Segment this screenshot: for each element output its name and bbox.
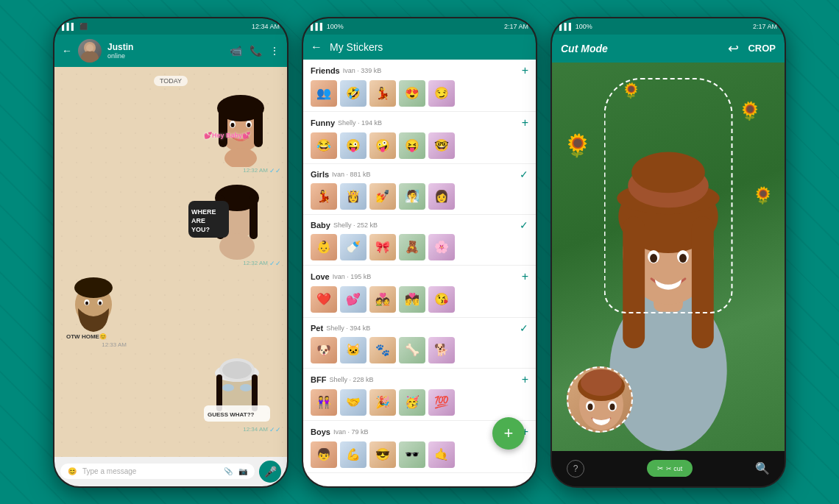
cut-action-buttons: ✂ ✂ cut (647, 460, 693, 477)
phone-1-whatsapp: ▌▌▌ ⬛ 12:34 AM ← Justin online 📹 📞 ⋮ TOD… (53, 17, 288, 488)
svg-point-56 (588, 403, 593, 410)
status-bar-1: ▌▌▌ ⬛ 12:34 AM (54, 18, 287, 35)
emoji-icon[interactable]: 😊 (68, 467, 77, 475)
pack-header-friends: Friends Ivan · 339 kB + (311, 64, 528, 77)
msg-time-1: 12:32 AM ✓✓ (200, 167, 281, 174)
svg-point-22 (74, 277, 113, 298)
sticker-item: 💅 (369, 183, 396, 210)
call-icon[interactable]: 📞 (249, 45, 262, 57)
chat-area: TODAY (54, 67, 287, 457)
cut-bottom-bar: ? ✂ ✂ cut 🔍 (552, 451, 785, 486)
time-3: 2:17 AM (753, 23, 777, 30)
attachment-icon[interactable]: 📎 (224, 467, 233, 475)
msg-time-3: 12:33 AM (60, 341, 127, 348)
sticker-msg-otw: OTW HOME😊 12:33 AM (60, 271, 127, 348)
back-icon-1[interactable]: ← (62, 45, 72, 57)
pack-add-funny[interactable]: + (522, 116, 528, 129)
help-icon[interactable]: ? (567, 460, 584, 478)
mic-button[interactable]: 🎤 (259, 461, 281, 483)
cut-canvas: 🌻 🌻 🌻 🌻 (552, 63, 785, 451)
more-icon[interactable]: ⋮ (269, 45, 280, 57)
svg-point-50 (679, 254, 687, 263)
pack-meta-pet: Shelly · 394 kB (326, 324, 370, 332)
pack-stickers-bff: 👭 🤝 🎉 🥳 💯 (311, 389, 528, 416)
sticker-item: 🤓 (428, 132, 455, 159)
pack-stickers-girls: 💃 👸 💅 🧖 👩 (311, 183, 528, 210)
sticker-item: 👩 (428, 183, 455, 210)
sticker-item: 😂 (311, 132, 337, 159)
svg-point-10 (247, 123, 251, 127)
sticker-item: 😘 (428, 286, 455, 313)
camera-icon[interactable]: 📷 (238, 467, 247, 475)
pack-check-pet[interactable]: ✓ (520, 322, 528, 334)
zoom-icon[interactable]: 🔍 (755, 461, 770, 475)
battery-icon-1: ⬛ (79, 23, 88, 30)
cut-button[interactable]: ✂ ✂ cut (647, 460, 693, 477)
sticker-item: 😏 (428, 80, 455, 107)
sticker-item: 😎 (369, 441, 396, 468)
sticker-msg-heybaby: 💕Hey Baby💕 12:32 AM ✓✓ (200, 93, 281, 174)
pack-stickers-boys: 👦 💪 😎 🕶️ 🤙 (311, 441, 528, 468)
back-icon-2[interactable]: ← (311, 40, 322, 54)
stickers-title: My Stickers (330, 41, 383, 53)
pack-meta-funny: Shelly · 194 kB (338, 119, 382, 127)
status-bar-3: ▌▌▌ 100% 2:17 AM (552, 18, 785, 35)
pack-header-love: Love Ivan · 195 kB + (311, 270, 528, 283)
video-icon[interactable]: 📹 (230, 45, 242, 57)
pack-add-bff[interactable]: + (522, 373, 528, 386)
stickers-header: ← My Stickers (303, 35, 536, 60)
svg-point-25 (85, 301, 88, 305)
pack-baby: Baby Shelly · 252 kB ✓ 👶 🍼 🎀 🧸 🌸 (303, 215, 536, 266)
svg-point-1 (81, 51, 99, 63)
crop-button[interactable]: CROP (748, 43, 776, 54)
signal-icon-3: ▌▌▌ 100% (559, 23, 592, 30)
svg-point-53 (581, 369, 622, 396)
phone-3-cutmode: ▌▌▌ 100% 2:17 AM Cut Mode ↩ CROP 🌻 🌻 🌻 🌻 (551, 17, 786, 488)
svg-point-46 (631, 152, 705, 193)
pack-name-bff: BFF (311, 375, 326, 384)
sticker-item: 🤝 (340, 389, 367, 416)
cut-header: Cut Mode ↩ CROP (552, 35, 785, 63)
svg-point-26 (99, 301, 102, 305)
svg-point-33 (240, 384, 252, 391)
cut-mode-title: Cut Mode (561, 43, 728, 54)
pack-friends: Friends Ivan · 339 kB + 👥 🤣 💃 😍 😏 (303, 60, 536, 112)
cut-label: ✂ cut (666, 465, 683, 472)
sticker-msg-where: WHERE ARE YOU? 12:32 AM ✓✓ (185, 179, 281, 267)
pack-stickers-pet: 🐶 🐱 🐾 🦴 🐕 (311, 337, 528, 363)
sticker-item: 🐶 (311, 337, 337, 363)
svg-text:WHERE: WHERE (191, 208, 216, 216)
signal-icon-2: ▌▌▌ 100% (311, 23, 344, 30)
pack-add-love[interactable]: + (522, 270, 528, 283)
sticker-item: 😜 (340, 132, 367, 159)
pack-add-friends[interactable]: + (522, 64, 528, 77)
svg-rect-43 (692, 216, 714, 348)
sticker-item: 🤙 (428, 441, 455, 468)
sticker-item: 😍 (399, 80, 425, 107)
sticker-item: 💯 (428, 389, 455, 416)
undo-icon[interactable]: ↩ (728, 40, 739, 57)
svg-point-11 (224, 148, 257, 167)
sticker-item: 🌸 (428, 234, 455, 260)
sticker-item: 💑 (369, 286, 396, 313)
pack-header-girls: Girls Ivan · 881 kB ✓ (311, 168, 528, 180)
pack-funny: Funny Shelly · 194 kB + 😂 😜 🤪 😝 🤓 (303, 112, 536, 164)
chat-header-icons: 📹 📞 ⋮ (230, 45, 280, 57)
time-label-3: 12:33 AM (102, 341, 127, 348)
pack-header-baby: Baby Shelly · 252 kB ✓ (311, 219, 528, 231)
contact-name: Justin (107, 42, 224, 52)
sticker-item: 👭 (311, 389, 337, 416)
type-message-placeholder[interactable]: Type a message (82, 467, 218, 475)
svg-text:GUESS WHAT??: GUESS WHAT?? (208, 411, 255, 418)
message-input-container[interactable]: 😊 Type a message 📎 📷 (60, 464, 255, 479)
time-1: 12:34 AM (252, 23, 280, 30)
pack-check-baby[interactable]: ✓ (520, 219, 528, 231)
pack-check-girls[interactable]: ✓ (520, 168, 528, 180)
pack-header-funny: Funny Shelly · 194 kB + (311, 116, 528, 129)
time-label-2: 12:32 AM (243, 260, 268, 266)
svg-point-32 (222, 384, 234, 391)
fab-add-button[interactable]: + (492, 417, 525, 450)
pack-girls: Girls Ivan · 881 kB ✓ 💃 👸 💅 🧖 👩 (303, 164, 536, 215)
sticker-item: ❤️ (311, 286, 337, 313)
sticker-item: 💃 (369, 80, 396, 107)
